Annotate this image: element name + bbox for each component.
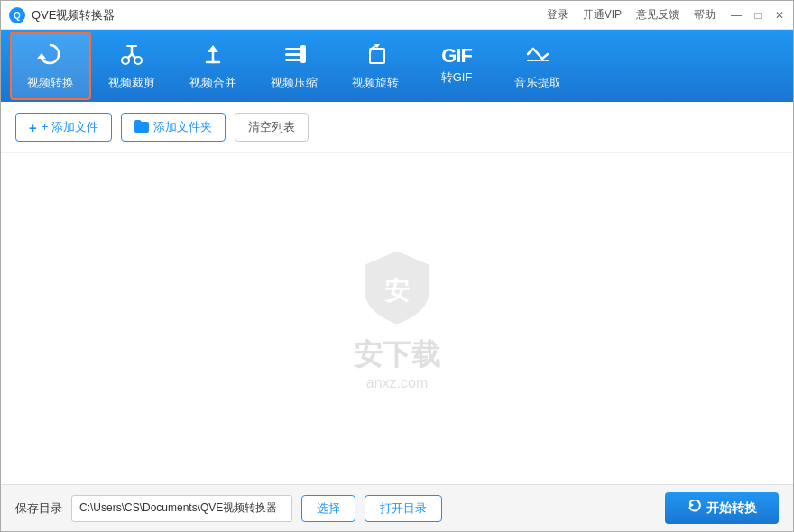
title-bar: Q QVE视频转换器 登录 开通VIP 意见反馈 帮助 — □ ✕	[1, 1, 793, 30]
action-row: + + 添加文件 添加文件夹 清空列表	[1, 102, 793, 153]
window-controls: — □ ✕	[730, 9, 786, 22]
toolbar-item-video-clip[interactable]: 视频裁剪	[91, 32, 172, 100]
toolbar-label-to-gif: 转GIF	[441, 69, 473, 86]
start-label: 开始转换	[706, 500, 757, 517]
svg-marker-23	[689, 502, 694, 508]
svg-point-3	[122, 57, 129, 64]
add-folder-label: 添加文件夹	[153, 119, 212, 135]
svg-marker-2	[37, 53, 46, 59]
merge-icon	[199, 41, 226, 71]
toolbar-item-to-gif[interactable]: GIF 转GIF	[416, 32, 497, 100]
minimize-button[interactable]: —	[730, 9, 743, 22]
open-dir-button[interactable]: 打开目录	[365, 495, 442, 522]
toolbar-item-video-convert[interactable]: 视频转换	[10, 32, 91, 100]
select-label: 选择	[317, 501, 340, 515]
watermark: 安 安下载 anxz.com	[354, 247, 440, 391]
toolbar-item-video-rotate[interactable]: 视频旋转	[335, 32, 416, 100]
clear-list-label: 清空列表	[248, 120, 295, 133]
bottom-bar: 保存目录 选择 打开目录 开始转换	[1, 484, 793, 531]
rotate-icon	[362, 41, 389, 71]
toolbar: 视频转换 视频裁剪	[1, 30, 793, 102]
svg-line-19	[533, 49, 542, 59]
toolbar-label-video-rotate: 视频旋转	[352, 75, 399, 91]
save-dir-label: 保存目录	[15, 500, 62, 517]
watermark-text1: 安下载	[354, 335, 440, 375]
nav-vip[interactable]: 开通VIP	[583, 7, 622, 23]
start-convert-button[interactable]: 开始转换	[665, 492, 779, 524]
add-file-label: + 添加文件	[42, 119, 98, 135]
toolbar-label-video-clip: 视频裁剪	[108, 75, 155, 91]
nav-help[interactable]: 帮助	[694, 7, 716, 23]
plus-icon: +	[29, 120, 37, 135]
toolbar-label-video-compress: 视频压缩	[271, 75, 318, 91]
main-area: + + 添加文件 添加文件夹 清空列表 安	[1, 102, 793, 484]
toolbar-item-music-extract[interactable]: 音乐提取	[497, 32, 578, 100]
title-nav: 登录 开通VIP 意见反馈 帮助	[547, 7, 716, 23]
start-icon	[687, 500, 701, 517]
app-window: Q QVE视频转换器 登录 开通VIP 意见反馈 帮助 — □ ✕ 视频转换	[0, 0, 794, 532]
toolbar-label-music-extract: 音乐提取	[514, 75, 561, 91]
save-path-input[interactable]	[71, 495, 292, 522]
content-area: 安 安下载 anxz.com	[1, 153, 793, 484]
refresh-icon	[37, 41, 64, 71]
svg-line-18	[528, 49, 533, 54]
svg-line-6	[132, 54, 135, 58]
select-path-button[interactable]: 选择	[301, 495, 355, 522]
compress-icon	[281, 41, 308, 71]
svg-marker-10	[208, 45, 218, 52]
toolbar-label-video-merge: 视频合并	[189, 75, 236, 91]
toolbar-item-video-merge[interactable]: 视频合并	[172, 32, 254, 100]
add-file-button[interactable]: + + 添加文件	[15, 113, 112, 142]
app-title: QVE视频转换器	[32, 7, 547, 23]
gif-icon: GIF	[441, 46, 472, 66]
svg-point-4	[134, 57, 142, 64]
svg-rect-16	[370, 49, 384, 63]
music-icon	[524, 41, 551, 71]
app-logo-icon: Q	[8, 6, 26, 24]
svg-rect-15	[300, 45, 306, 63]
watermark-shield-icon: 安	[356, 247, 438, 328]
svg-text:Q: Q	[14, 11, 21, 21]
svg-text:安: 安	[383, 276, 410, 305]
svg-line-5	[128, 54, 132, 58]
scissors-icon	[118, 41, 145, 71]
toolbar-item-video-compress[interactable]: 视频压缩	[254, 32, 335, 100]
open-dir-label: 打开目录	[380, 501, 427, 515]
nav-feedback[interactable]: 意见反馈	[636, 7, 679, 23]
clear-list-button[interactable]: 清空列表	[235, 113, 309, 142]
add-folder-button[interactable]: 添加文件夹	[121, 113, 226, 142]
watermark-text2: anxz.com	[366, 375, 428, 391]
close-button[interactable]: ✕	[773, 9, 786, 22]
maximize-button[interactable]: □	[752, 9, 764, 22]
nav-login[interactable]: 登录	[547, 7, 568, 23]
svg-line-20	[542, 54, 548, 59]
folder-icon	[134, 120, 149, 135]
toolbar-label-video-convert: 视频转换	[27, 75, 74, 91]
